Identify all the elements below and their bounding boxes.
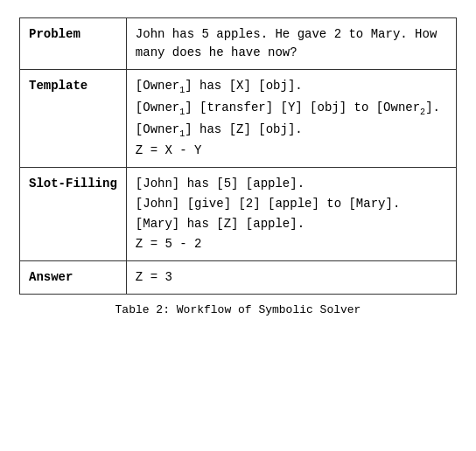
content-slot-filling: [John] has [5] [apple].[John] [give] [2]…	[126, 168, 456, 261]
line-slot-filling-0: [John] has [5] [apple].	[136, 175, 447, 193]
row-answer: AnswerZ = 3	[20, 261, 457, 295]
label-answer: Answer	[20, 261, 127, 295]
content-answer: Z = 3	[126, 261, 456, 295]
row-template: Template[Owner1] has [X] [obj].[Owner1] …	[20, 70, 457, 168]
line-template-0: [Owner1] has [X] [obj].	[136, 77, 447, 97]
line-template-3: Z = X - Y	[136, 142, 447, 160]
line-slot-filling-2: [Mary] has [Z] [apple].	[136, 215, 447, 233]
line-template-1: [Owner1] [transfer] [Y] [obj] to [Owner2…	[136, 99, 447, 119]
row-slot-filling: Slot-Filling[John] has [5] [apple].[John…	[20, 168, 457, 261]
line-slot-filling-3: Z = 5 - 2	[136, 235, 447, 253]
label-problem: Problem	[20, 18, 127, 70]
line-template-2: [Owner1] has [Z] [obj].	[136, 121, 447, 141]
content-problem: John has 5 apples. He gave 2 to Mary. Ho…	[126, 18, 456, 70]
table-caption: Table 2: Workflow of Symbolic Solver	[116, 303, 361, 316]
row-problem: ProblemJohn has 5 apples. He gave 2 to M…	[20, 18, 457, 70]
main-table: ProblemJohn has 5 apples. He gave 2 to M…	[19, 17, 457, 295]
label-template: Template	[20, 70, 127, 168]
line-slot-filling-1: [John] [give] [2] [apple] to [Mary].	[136, 195, 447, 213]
content-template: [Owner1] has [X] [obj].[Owner1] [transfe…	[126, 70, 456, 168]
label-slot-filling: Slot-Filling	[20, 168, 127, 261]
